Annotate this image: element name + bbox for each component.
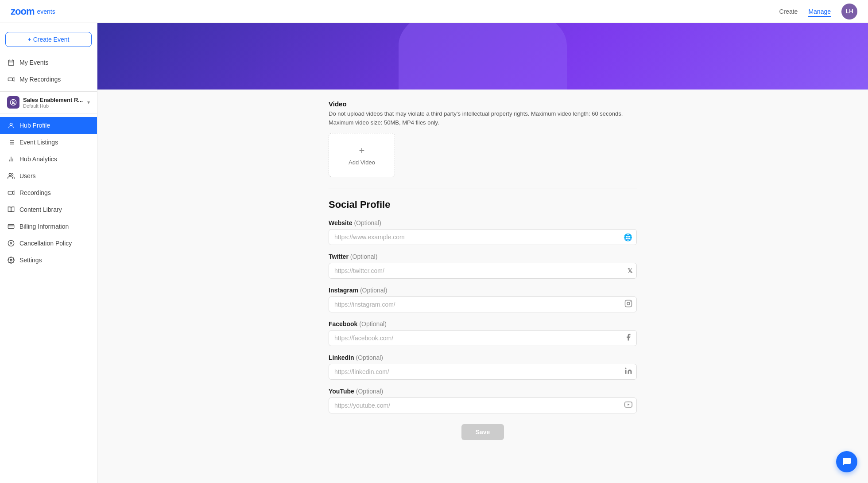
person-icon (7, 121, 15, 129)
billing-icon (7, 222, 15, 230)
hub-info: Sales Enablement R... Default Hub (23, 97, 84, 109)
logo-zoom: zoom (11, 6, 34, 17)
sidebar-item-hub-profile[interactable]: Hub Profile (0, 117, 97, 134)
svg-point-28 (627, 302, 630, 305)
instagram-input[interactable] (329, 296, 637, 312)
instagram-field-group: Instagram (Optional) (329, 287, 637, 312)
sidebar-item-my-events[interactable]: My Events (0, 54, 97, 71)
svg-rect-0 (8, 60, 14, 66)
svg-rect-21 (8, 224, 14, 228)
instagram-label: Instagram (Optional) (329, 287, 637, 294)
social-profile-section: Social Profile Website (Optional) 🌐 (329, 199, 637, 440)
users-icon (7, 172, 15, 180)
sidebar-item-label: Settings (19, 257, 42, 264)
main-content: Video Do not upload videos that may viol… (97, 23, 868, 483)
facebook-label: Facebook (Optional) (329, 320, 637, 327)
hub-selector[interactable]: Sales Enablement R... Default Hub ▾ (0, 91, 97, 113)
linkedin-label: LinkedIn (Optional) (329, 354, 637, 361)
globe-icon: 🌐 (624, 233, 632, 242)
sidebar-item-hub-analytics[interactable]: Hub Analytics (0, 151, 97, 167)
nav-right: Create Manage LH (779, 4, 857, 19)
twitter-input[interactable] (329, 263, 637, 279)
svg-point-26 (10, 259, 12, 261)
sidebar-item-label: Content Library (19, 206, 62, 213)
svg-point-8 (10, 123, 12, 125)
user-avatar[interactable]: LH (841, 4, 857, 19)
banner-image (97, 23, 868, 90)
twitter-label: Twitter (Optional) (329, 253, 637, 260)
hub-sub: Default Hub (23, 103, 84, 109)
instagram-input-wrap (329, 296, 637, 312)
website-field-group: Website (Optional) 🌐 (329, 219, 637, 245)
sidebar-item-label: Cancellation Policy (19, 240, 72, 247)
save-button[interactable]: Save (461, 424, 504, 440)
youtube-icon (624, 401, 632, 410)
youtube-field-group: YouTube (Optional) (329, 388, 637, 413)
website-label: Website (Optional) (329, 219, 637, 226)
calendar-icon (7, 58, 15, 66)
svg-point-18 (9, 173, 11, 175)
sidebar-item-users[interactable]: Users (0, 167, 97, 184)
add-video-label: Add Video (349, 159, 375, 166)
facebook-field-group: Facebook (Optional) (329, 320, 637, 346)
sidebar-item-label: Hub Analytics (19, 156, 57, 163)
sidebar-item-label: Billing Information (19, 223, 69, 230)
sidebar: + Create Event My Events My Recordings S… (0, 23, 97, 483)
svg-point-31 (625, 368, 627, 369)
video-icon (7, 75, 15, 83)
nav-create[interactable]: Create (779, 6, 798, 17)
facebook-input-wrap (329, 330, 637, 346)
svg-rect-19 (8, 191, 12, 195)
twitter-icon: 𝕏 (628, 267, 632, 274)
sidebar-item-content-library[interactable]: Content Library (0, 201, 97, 218)
section-divider (329, 188, 637, 188)
svg-point-7 (12, 101, 14, 103)
website-input[interactable] (329, 229, 637, 245)
svg-marker-5 (12, 78, 14, 81)
chevron-down-icon: ▾ (87, 99, 90, 105)
add-video-button[interactable]: + Add Video (329, 133, 395, 177)
youtube-input[interactable] (329, 397, 637, 413)
instagram-icon (624, 300, 632, 309)
video-section: Video Do not upload videos that may viol… (329, 90, 637, 177)
linkedin-input[interactable] (329, 364, 637, 380)
sidebar-item-label: Hub Profile (19, 122, 50, 129)
logo-events: events (37, 8, 55, 15)
top-nav: zoomevents Create Manage LH (0, 0, 868, 23)
logo: zoomevents (11, 6, 55, 17)
sidebar-item-cancellation[interactable]: Cancellation Policy (0, 235, 97, 252)
chat-icon (841, 456, 852, 467)
sidebar-item-event-listings[interactable]: Event Listings (0, 134, 97, 151)
hub-name: Sales Enablement R... (23, 97, 84, 103)
youtube-label: YouTube (Optional) (329, 388, 637, 395)
sidebar-item-label: Event Listings (19, 139, 58, 146)
sidebar-item-label: My Events (19, 59, 48, 66)
create-event-button[interactable]: + Create Event (5, 32, 92, 47)
library-icon (7, 206, 15, 214)
svg-rect-4 (8, 78, 12, 81)
svg-point-29 (630, 301, 631, 302)
linkedin-icon (624, 367, 632, 377)
settings-icon (7, 256, 15, 264)
social-profile-title: Social Profile (329, 199, 637, 210)
twitter-input-wrap: 𝕏 (329, 263, 637, 279)
sidebar-item-my-recordings[interactable]: My Recordings (0, 71, 97, 88)
nav-manage[interactable]: Manage (808, 6, 831, 17)
sidebar-item-recordings[interactable]: Recordings (0, 184, 97, 201)
chat-bubble-button[interactable] (836, 451, 857, 472)
facebook-icon (624, 333, 632, 343)
sidebar-item-settings[interactable]: Settings (0, 252, 97, 269)
facebook-input[interactable] (329, 330, 637, 346)
cancel-icon (7, 239, 15, 247)
website-input-wrap: 🌐 (329, 229, 637, 245)
list-icon (7, 138, 15, 146)
svg-rect-30 (625, 370, 627, 374)
video-label: Video (329, 100, 637, 108)
svg-rect-27 (625, 300, 632, 307)
video-description: Do not upload videos that may violate a … (329, 109, 637, 127)
youtube-input-wrap (329, 397, 637, 413)
sidebar-item-billing[interactable]: Billing Information (0, 218, 97, 235)
sidebar-item-label: Recordings (19, 189, 51, 196)
sidebar-item-label: Users (19, 172, 36, 179)
plus-icon: + (359, 145, 365, 156)
